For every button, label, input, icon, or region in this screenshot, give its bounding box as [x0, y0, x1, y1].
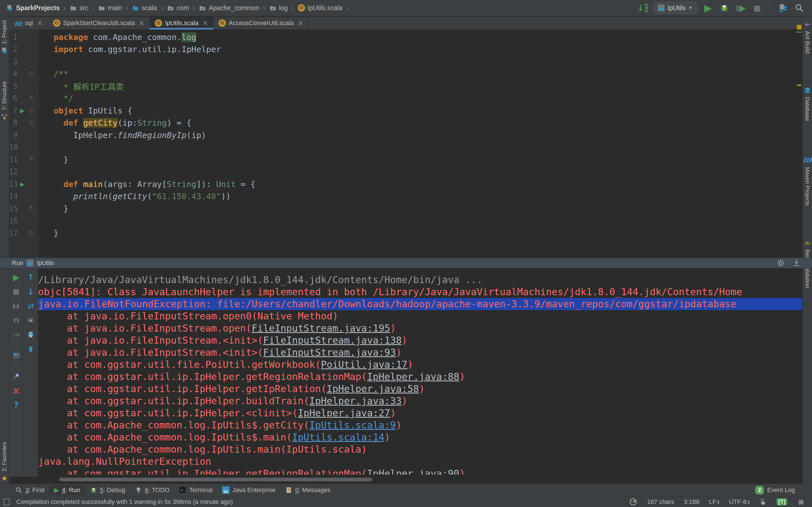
fold-start-icon[interactable]: − — [29, 71, 34, 76]
run-config-title[interactable]: IpUtils — [37, 260, 54, 267]
fold-marker[interactable]: ⌃ — [27, 96, 36, 101]
stop-button[interactable]: ■ — [752, 3, 762, 13]
console-line[interactable]: at com.ggstar.util.file.PoiUtil.getWorkb… — [38, 358, 802, 371]
breadcrumb-item-src[interactable]: src — [70, 4, 88, 12]
help-button[interactable]: ? — [11, 400, 21, 410]
code-editor[interactable]: 1package com.Apache_common.log2import co… — [9, 30, 802, 258]
console-line[interactable]: at com.ggstar.util.ip.IpHelper.getIpRela… — [38, 383, 802, 395]
console-line[interactable]: at com.ggstar.util.ip.IpHelper.getRegion… — [38, 467, 802, 474]
console-line-selected[interactable]: java.io.FileNotFoundException: file:/Use… — [38, 298, 802, 310]
encoding-select[interactable]: UTF-8▲▼ — [729, 498, 749, 506]
breadcrumb-item-iputils-scala[interactable]: OIpUtils.scala — [298, 4, 343, 12]
toolwindow-button-6-todo[interactable]: 6: TODO — [131, 485, 173, 495]
search-everywhere-icon[interactable] — [794, 3, 805, 13]
rerun-button[interactable]: ▶ — [11, 272, 21, 282]
console-line[interactable]: at com.ggstar.util.ip.IpHelper.<clinit>(… — [38, 407, 802, 419]
caret-position[interactable]: 3:188 — [684, 498, 700, 506]
console-line[interactable]: at com.Apache_common.log.IpUtils.main(Ip… — [38, 443, 802, 455]
stacktrace-link[interactable]: FileInputStream.java:93 — [263, 347, 396, 358]
run-button[interactable]: ▶ — [703, 3, 713, 13]
console-horizontal-scrollbar[interactable] — [38, 477, 802, 482]
toolwindow-toggle-icon[interactable] — [3, 499, 10, 505]
stripe-item-maven-projects[interactable]: mMaven Projects — [803, 154, 812, 206]
run-gutter-icon[interactable]: ▶ — [17, 107, 27, 114]
stacktrace-link-source[interactable]: IpUtils.scala:14 — [292, 432, 385, 443]
toolwindow-button-5-debug[interactable]: 5: Debug — [86, 485, 129, 495]
stacktrace-link[interactable]: IpHelper.java:90 — [367, 468, 460, 474]
fold-end-icon[interactable]: ⌃ — [29, 157, 34, 162]
console-line[interactable]: at java.io.FileInputStream.<init>(FileIn… — [38, 346, 802, 358]
toolwindow-button-4-run[interactable]: ▶4: Run — [50, 485, 84, 495]
lock-icon[interactable] — [759, 498, 767, 506]
soft-wrap-button[interactable]: ⇄ — [26, 301, 36, 311]
tab-accessconverutil-scala[interactable]: OAccessConverUtil.scala× — [213, 17, 309, 29]
console-line[interactable]: java.lang.NullPointerException — [38, 455, 802, 467]
breadcrumb-item-project[interactable]: SparkProjects — [6, 4, 60, 12]
up-stack-button[interactable]: ↑ — [26, 272, 36, 282]
tab-sparkstartcleanjob-scala[interactable]: OSparkStartCleanJob.scala× — [48, 17, 150, 29]
run-tab-label[interactable]: Run — [12, 260, 23, 267]
stacktrace-link-source[interactable]: IpUtils.scala:9 — [309, 419, 396, 431]
print-button[interactable] — [26, 330, 36, 339]
console-line[interactable]: at com.ggstar.util.ip.IpHelper.buildTrai… — [38, 395, 802, 407]
snapshot-button[interactable] — [11, 316, 21, 325]
exit-button[interactable]: ⇥ — [11, 330, 21, 339]
fold-marker[interactable]: − — [27, 108, 36, 113]
stacktrace-link[interactable]: IpHelper.java:27 — [298, 407, 390, 418]
fold-marker[interactable]: − — [27, 71, 36, 76]
line-ending-select[interactable]: LF▲▼ — [709, 498, 719, 506]
pin-button[interactable] — [11, 372, 21, 381]
stripe-item-database[interactable]: Database — [804, 87, 811, 121]
tab-close-icon[interactable]: × — [37, 19, 43, 27]
stripe-item-ant-build[interactable]: Ant Build — [804, 21, 811, 54]
toolwindow-button-3-find[interactable]: 3: Find — [11, 485, 48, 495]
toolwindow-button-java-enterprise[interactable]: EEJava Enterprise — [218, 485, 280, 495]
pause-button[interactable]: ▮▮ — [11, 301, 21, 311]
tab-sql[interactable]: msql× — [9, 17, 48, 29]
memory-gauge-icon[interactable] — [629, 498, 638, 506]
breadcrumb-item-main[interactable]: main — [98, 4, 122, 12]
tab-iputils-scala[interactable]: OIpUtils.scala× — [150, 17, 213, 29]
breadcrumb-item-log[interactable]: log — [269, 4, 288, 12]
fold-marker[interactable]: ⌃ — [27, 157, 36, 162]
fold-end-icon[interactable]: ⌃ — [29, 231, 34, 235]
tab-close-icon[interactable]: × — [298, 19, 303, 27]
toolwindow-button-0-messages[interactable]: 0: Messages — [281, 485, 335, 495]
console-line[interactable]: at com.Apache_common.log.IpUtils$.main(I… — [38, 431, 802, 443]
project-structure-icon[interactable] — [777, 3, 788, 13]
console-line[interactable]: at java.io.FileInputStream.<init>(FileIn… — [38, 334, 802, 346]
stop-button[interactable]: ■ — [11, 287, 21, 296]
stacktrace-link[interactable]: IpHelper.java:33 — [309, 395, 402, 406]
event-log-button[interactable]: Event Log — [767, 487, 795, 494]
down-stack-button[interactable]: ↓ — [26, 287, 36, 296]
restore-layout-button[interactable] — [11, 351, 21, 360]
console-line[interactable]: objc[5841]: Class JavaLaunchHelper is im… — [38, 286, 802, 298]
hide-window-icon[interactable] — [792, 259, 801, 267]
stripe-item-7-structure[interactable]: 7: Structure — [1, 81, 8, 120]
stripe-item-1-project[interactable]: 1: Project — [1, 20, 8, 54]
fold-start-icon[interactable]: − — [29, 121, 34, 125]
highlighting-level-badge[interactable]: [T] — [776, 498, 787, 505]
breadcrumb-item-scala[interactable]: scala — [132, 4, 157, 12]
debug-button[interactable] — [719, 3, 730, 13]
event-log-count-badge[interactable]: 2 — [755, 486, 764, 494]
breadcrumb-item-com[interactable]: com — [167, 4, 189, 12]
console-line[interactable]: at java.io.FileInputStream.open0(Native … — [38, 310, 802, 322]
run-gutter-icon[interactable]: ▶ — [17, 181, 27, 187]
stacktrace-link[interactable]: FileInputStream.java:195 — [252, 323, 390, 334]
fold-end-icon[interactable]: ⌃ — [29, 96, 34, 101]
clear-all-button[interactable] — [26, 344, 36, 354]
close-button[interactable]: × — [11, 386, 21, 395]
run-configuration-select[interactable]: IpUtils ▼ — [654, 2, 697, 14]
stacktrace-link[interactable]: IpHelper.java:88 — [367, 371, 460, 382]
console-line[interactable]: at java.io.FileInputStream.open(FileInpu… — [38, 322, 802, 334]
fold-end-icon[interactable]: ⌃ — [29, 206, 34, 211]
stacktrace-link[interactable]: FileInputStream.java:138 — [263, 335, 402, 346]
error-stripe-warning-mark[interactable] — [797, 84, 801, 86]
fold-marker[interactable]: ⌃ — [27, 231, 36, 235]
console-line[interactable]: at com.Apache_common.log.IpUtils$.getCit… — [38, 419, 802, 431]
fold-marker[interactable]: ⌃ — [27, 206, 36, 211]
breadcrumb-item-apache-common[interactable]: Apache_common — [199, 4, 259, 12]
settings-gear-icon[interactable] — [776, 259, 785, 267]
tab-close-icon[interactable]: × — [202, 19, 208, 27]
